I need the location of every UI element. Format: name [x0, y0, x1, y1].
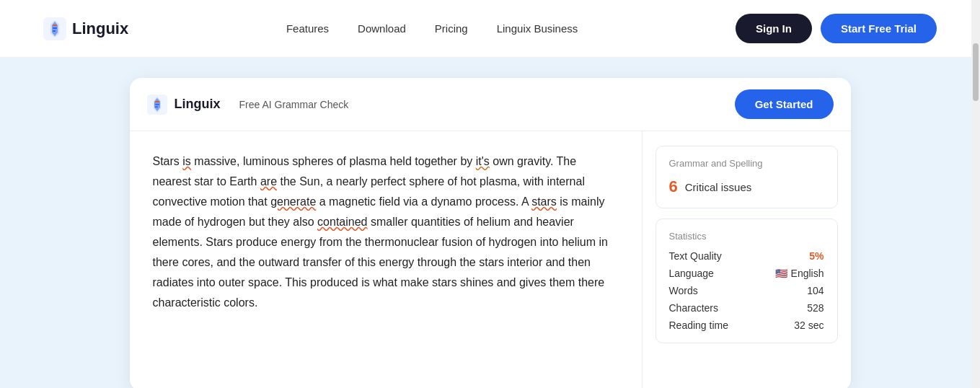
stats-title: Statistics	[669, 231, 824, 242]
grammar-card: Grammar and Spelling 6 Critical issues	[655, 146, 838, 208]
editor-header: Linguix Free AI Grammar Check Get Starte…	[130, 78, 851, 131]
nav-link-business[interactable]: Linguix Business	[497, 22, 578, 35]
nav-link-download[interactable]: Download	[358, 22, 406, 35]
navbar: Linguix Features Download Pricing Lingui…	[0, 0, 980, 58]
right-panel: Grammar and Spelling 6 Critical issues S…	[642, 131, 851, 388]
stats-row-characters: Characters 528	[669, 302, 824, 314]
statistics-card: Statistics Text Quality 5% Language 🇺🇸 E…	[655, 219, 838, 343]
editor-header-left: Linguix Free AI Grammar Check	[147, 94, 349, 115]
stats-value-reading-time: 32 sec	[794, 319, 824, 331]
svg-rect-5	[155, 101, 159, 102]
scrollbar-thumb[interactable]	[973, 43, 979, 101]
nav-link-pricing[interactable]: Pricing	[435, 22, 468, 35]
stats-label-reading-time: Reading time	[669, 319, 729, 331]
editor-body: Stars is massive, luminous spheres of pl…	[130, 131, 851, 388]
issues-count: 6	[669, 177, 678, 196]
error-stars: stars	[531, 195, 557, 208]
get-started-button[interactable]: Get Started	[735, 89, 834, 119]
editor-logo-text: Linguix	[175, 97, 221, 112]
stats-value-characters: 528	[807, 302, 824, 314]
error-is: is	[182, 155, 191, 167]
main-area: Linguix Free AI Grammar Check Get Starte…	[0, 58, 980, 388]
svg-rect-7	[155, 106, 158, 107]
issues-label: Critical issues	[685, 181, 752, 193]
stats-row-reading-time: Reading time 32 sec	[669, 319, 824, 331]
stats-label-words: Words	[669, 285, 698, 296]
stats-value-quality: 5%	[809, 250, 824, 262]
stats-row-quality: Text Quality 5%	[669, 250, 824, 262]
nav-logo-text: Linguix	[72, 19, 128, 38]
stats-value-words: 104	[807, 285, 824, 296]
error-are: are	[260, 175, 277, 188]
scrollbar[interactable]	[971, 0, 980, 388]
error-generate: generate	[270, 195, 316, 208]
start-trial-button[interactable]: Start Free Trial	[821, 14, 937, 43]
nav-logo[interactable]: Linguix	[43, 17, 128, 40]
stats-value-language: 🇺🇸 English	[775, 268, 824, 279]
critical-issues-row: 6 Critical issues	[669, 177, 824, 196]
nav-links: Features Download Pricing Linguix Busine…	[286, 22, 578, 35]
stats-row-language: Language 🇺🇸 English	[669, 268, 824, 279]
flag-icon: 🇺🇸	[775, 268, 787, 279]
editor-text: Stars is massive, luminous spheres of pl…	[153, 151, 614, 313]
editor-tagline: Free AI Grammar Check	[239, 99, 349, 110]
svg-rect-3	[53, 30, 56, 32]
stats-row-words: Words 104	[669, 285, 824, 296]
stats-label-characters: Characters	[669, 302, 718, 314]
stats-label-language: Language	[669, 268, 714, 279]
svg-rect-2	[53, 27, 57, 29]
stats-label-quality: Text Quality	[669, 250, 722, 262]
grammar-card-title: Grammar and Spelling	[669, 158, 824, 169]
editor-widget: Linguix Free AI Grammar Check Get Starte…	[130, 78, 851, 388]
error-its: it's	[476, 155, 490, 167]
editor-text-area[interactable]: Stars is massive, luminous spheres of pl…	[130, 131, 642, 388]
nav-actions: Sign In Start Free Trial	[736, 14, 937, 43]
logo-icon	[43, 17, 66, 40]
editor-logo-icon	[147, 94, 167, 115]
svg-rect-6	[155, 104, 159, 105]
error-contained: contained	[317, 216, 367, 228]
nav-link-features[interactable]: Features	[286, 22, 329, 35]
sign-in-button[interactable]: Sign In	[736, 14, 812, 43]
svg-rect-1	[53, 25, 57, 26]
